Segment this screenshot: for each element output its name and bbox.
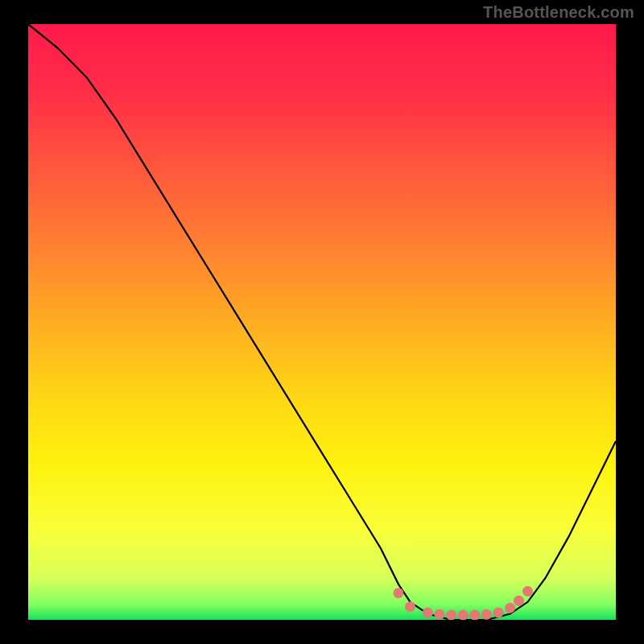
gradient-background (28, 24, 616, 620)
highlight-dot (435, 609, 445, 620)
highlight-dot (522, 586, 533, 597)
highlight-dot (446, 610, 456, 620)
highlight-dot (469, 610, 480, 620)
chart-svg (28, 24, 616, 620)
highlight-dot (405, 601, 415, 612)
highlight-dot (514, 596, 524, 606)
plot-area (28, 24, 616, 620)
highlight-dot (423, 608, 433, 618)
attribution-text: TheBottleneck.com (483, 3, 634, 22)
highlight-dot (393, 588, 403, 598)
chart-frame: TheBottleneck.com (0, 0, 644, 644)
highlight-dot (505, 603, 515, 613)
highlight-dot (493, 608, 504, 618)
highlight-dot (481, 609, 492, 620)
highlight-dot (458, 610, 469, 620)
